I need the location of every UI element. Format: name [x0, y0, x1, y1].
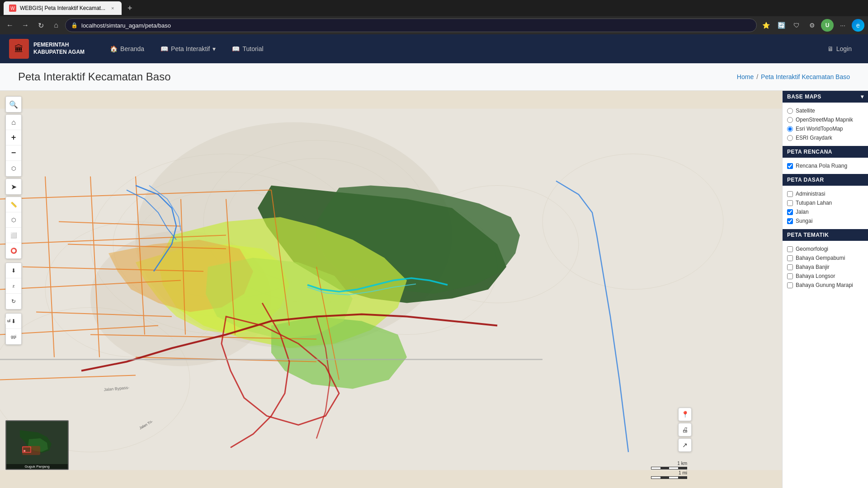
option-geomorfologi[interactable]: Geomorfologi — [787, 244, 863, 253]
checkbox-jalan[interactable] — [787, 209, 793, 215]
peta-tematik-body: Geomorfologi Bahaya Gempabumi Bahaya Ban… — [783, 241, 868, 293]
tutorial-label: Tutorial — [242, 45, 263, 52]
browser-action-4[interactable]: ⚙ — [806, 19, 818, 32]
option-bahaya-banjir[interactable]: Bahaya Banjir — [787, 263, 863, 272]
zoom-in-button[interactable]: + — [6, 130, 21, 145]
print-right-button[interactable]: 🖨 — [678, 423, 692, 436]
tab-title: WEBGIS| Peta Interaktif Kecamat... — [20, 5, 105, 11]
circle-draw-button[interactable]: ⭕ — [6, 243, 21, 258]
scale-bar: 1 km 1 mi — [651, 461, 687, 479]
tutorial-icon: 📖 — [232, 45, 240, 52]
home-view-button[interactable]: ⌂ — [6, 115, 21, 130]
tab-close-button[interactable]: × — [109, 5, 116, 12]
checkbox-rencana-pola-ruang[interactable] — [787, 163, 793, 169]
checkbox-bahaya-banjir[interactable] — [787, 264, 793, 270]
more-options-button[interactable]: ··· — [836, 19, 849, 32]
breadcrumb-current: Peta Interaktif Kecamatan Baso — [761, 73, 850, 80]
map-label-ul: ul — [5, 318, 12, 324]
option-esri-worldtopo[interactable]: Esri WorldTopoMap — [787, 124, 863, 133]
scale-seg-7 — [669, 477, 678, 479]
forward-button[interactable]: → — [19, 19, 32, 32]
peta-dasar-body: Administrasi Tutupan Lahan Jalan Sungai — [783, 186, 868, 229]
nav-control-group: ⌂ + − ⬡ — [5, 114, 22, 177]
nav-tutorial[interactable]: 📖 Tutorial — [225, 42, 270, 56]
page-header: Peta Interaktif Kecamatan Baso Home / Pe… — [0, 63, 868, 91]
radio-esri-graydark[interactable] — [787, 135, 793, 141]
base-maps-body: Satellite OpenStreetMap Mapnik Esri Worl… — [783, 103, 868, 146]
option-bahaya-gunung-marapi[interactable]: Bahaya Gunung Marapi — [787, 281, 863, 290]
peta-interaktif-label: Peta Interaktif — [171, 45, 210, 52]
scale-seg-3 — [669, 467, 678, 469]
refresh-map-button[interactable]: ↻ — [6, 294, 21, 309]
zoom-out-button[interactable]: − — [6, 145, 21, 161]
new-tab-button[interactable]: + — [123, 2, 136, 14]
label-esri-worldtopo: Esri WorldTopoMap — [796, 126, 843, 132]
zoom-label-button[interactable]: z — [6, 278, 21, 294]
peta-tematik-header: PETA TEMATIK — [783, 229, 868, 241]
checkbox-administrasi[interactable] — [787, 191, 793, 197]
option-openstreetmap[interactable]: OpenStreetMap Mapnik — [787, 115, 863, 124]
option-bahaya-longsor[interactable]: Bahaya Longsor — [787, 272, 863, 281]
search-button[interactable]: 🔍 — [6, 97, 21, 112]
scale-bar-km — [651, 467, 687, 469]
scale-mi: 1 mi — [679, 470, 687, 475]
edge-button[interactable]: e — [852, 19, 864, 32]
back-button[interactable]: ← — [4, 19, 16, 32]
checkbox-tutupan-lahan[interactable] — [787, 200, 793, 206]
label-openstreetmap: OpenStreetMap Mapnik — [796, 117, 853, 123]
checkbox-sungai[interactable] — [787, 218, 793, 224]
radio-openstreetmap[interactable] — [787, 117, 793, 123]
active-tab[interactable]: W WEBGIS| Peta Interaktif Kecamat... × — [4, 1, 122, 15]
peta-dasar-label: PETA DASAR — [787, 177, 824, 183]
breadcrumb-home[interactable]: Home — [737, 73, 754, 80]
peta-rencana-header: PETA RENCANA — [783, 146, 868, 158]
label-sungai: Sungai — [796, 218, 812, 224]
nav-peta-interaktif[interactable]: 📖 Peta Interaktif ▾ — [153, 42, 223, 56]
option-bahaya-gempabumi[interactable]: Bahaya Gempabumi — [787, 253, 863, 263]
option-jalan[interactable]: Jalan — [787, 207, 863, 216]
share-right-button[interactable]: ↗ — [678, 438, 692, 452]
rectangle-draw-button[interactable]: ⬜ — [6, 228, 21, 243]
radio-esri-worldtopo[interactable] — [787, 126, 793, 132]
brand-line2: KABUPATEN AGAM — [33, 49, 85, 56]
main-content: Jalan Bypass- Jalan Tri- 🔍 ⌂ + − ⬡ ➤ — [0, 91, 868, 488]
label-satellite: Satellite — [796, 108, 815, 114]
refresh-button[interactable]: ↻ — [34, 19, 47, 32]
line-draw-button[interactable]: 📏 — [6, 197, 21, 212]
download-button[interactable]: ⬇ — [6, 263, 21, 278]
base-maps-collapse[interactable]: ▾ — [861, 94, 864, 100]
checkbox-bahaya-longsor[interactable] — [787, 273, 793, 279]
option-rencana-pola-ruang[interactable]: Rencana Pola Ruang — [787, 161, 863, 170]
breadcrumb-separator: / — [756, 73, 758, 80]
browser-action-1[interactable]: ⭐ — [760, 19, 772, 32]
address-bar[interactable]: 🔒 localhost/simtaru_agam/peta/baso — [65, 19, 757, 32]
nav-beranda[interactable]: 🏠 Beranda — [103, 42, 151, 56]
locate-right-button[interactable]: 📍 — [678, 408, 692, 421]
browser-action-2[interactable]: 🔄 — [775, 19, 788, 32]
option-esri-graydark[interactable]: ESRI Graydark — [787, 133, 863, 142]
option-satellite[interactable]: Satellite — [787, 106, 863, 115]
profile-button[interactable]: U — [821, 19, 834, 32]
radio-satellite[interactable] — [787, 108, 793, 114]
brand-logo: 🏛 — [9, 39, 29, 59]
login-icon: 🖥 — [827, 45, 834, 52]
nav-login[interactable]: 🖥 Login — [820, 42, 859, 56]
option-sungai[interactable]: Sungai — [787, 216, 863, 225]
scale-bar-mi — [651, 476, 687, 479]
compass-button[interactable]: ➤ — [6, 179, 21, 194]
browser-action-3[interactable]: 🛡 — [790, 19, 803, 32]
option-administrasi[interactable]: Administrasi — [787, 189, 863, 198]
rotate-button[interactable]: ⬡ — [6, 161, 21, 176]
polygon-draw-button[interactable]: ⬡ — [6, 212, 21, 228]
extra-controls: ul — [5, 318, 12, 324]
checkbox-geomorfologi[interactable] — [787, 246, 793, 252]
scale-seg-4 — [678, 467, 687, 469]
draw-control-group: 📏 ⬡ ⬜ ⭕ — [5, 197, 22, 259]
scale-seg-8 — [678, 477, 687, 479]
checkbox-bahaya-gempabumi[interactable] — [787, 255, 793, 261]
ggi-button[interactable]: ggi — [6, 329, 21, 344]
checkbox-bahaya-gunung-marapi[interactable] — [787, 282, 793, 288]
home-button[interactable]: ⌂ — [50, 19, 62, 32]
option-tutupan-lahan[interactable]: Tutupan Lahan — [787, 198, 863, 207]
map-area[interactable]: Jalan Bypass- Jalan Tri- 🔍 ⌂ + − ⬡ ➤ — [0, 91, 782, 488]
